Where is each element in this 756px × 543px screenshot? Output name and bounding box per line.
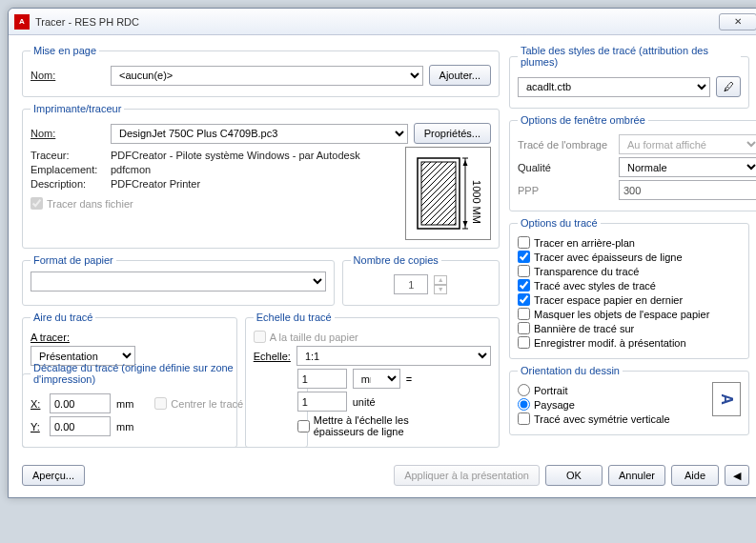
y-label: Y: (31, 421, 44, 432)
echelle-legend: Echelle du tracé (254, 312, 335, 323)
plot-dialog: A Tracer - RES PH RDC ✕ Mise en page Nom… (8, 8, 756, 498)
plot-option-check-6[interactable] (518, 322, 530, 334)
equals-icon: = (406, 373, 412, 385)
plot-option-label-0: Tracer en arrière-plan (534, 237, 635, 249)
app-icon: A (14, 14, 30, 30)
centrer-label: Centrer le tracé (171, 398, 243, 410)
plot-options-group: Options du tracé Tracer en arrière-planT… (509, 217, 749, 359)
upside-down-check[interactable] (518, 412, 530, 425)
ok-button[interactable]: OK (545, 465, 603, 486)
paysage-radio[interactable] (518, 398, 530, 411)
scale-unit-select[interactable]: mm (353, 369, 400, 389)
tracer-fichier-check (31, 197, 43, 210)
printer-select[interactable]: DesignJet 750C Plus C4709B.pc3 (111, 124, 408, 144)
portrait-label: Portrait (534, 385, 567, 396)
printer-nom-label: Nom: (31, 128, 105, 139)
paysage-label: Paysage (534, 399, 575, 411)
traceur-label: Traceur: (31, 150, 105, 161)
plot-option-check-2[interactable] (518, 265, 530, 277)
imprimante-legend: Imprimante/traceur (31, 103, 124, 114)
x-input[interactable] (50, 393, 111, 413)
copies-input (394, 274, 428, 294)
y-mm: mm (116, 421, 133, 432)
plot-option-label-7: Enregistrer modif. à présentation (534, 337, 686, 349)
paper-size-select[interactable] (31, 272, 326, 292)
centrer-check (154, 397, 167, 410)
spinner-up: ▲ (434, 275, 447, 285)
proprietes-button[interactable]: Propriétés... (414, 123, 491, 144)
shaded-viewport-group: Options de fenêtre ombrée Tracé de l'omb… (509, 114, 756, 211)
paper-preview-svg: 1000 MM (412, 152, 484, 234)
plot-option-label-1: Tracer avec épaisseurs de ligne (534, 251, 683, 263)
plot-option-check-0[interactable] (518, 236, 530, 249)
paper-preview: 1000 MM (405, 147, 491, 240)
portrait-radio[interactable] (518, 384, 530, 396)
svg-text:1000 MM: 1000 MM (471, 180, 482, 224)
svg-marker-5 (463, 160, 468, 166)
plot-option-label-2: Transparence du tracé (534, 266, 639, 277)
paintbrush-icon: 🖊 (724, 81, 734, 92)
dialog-footer: Aperçu... Appliquer à la présentation OK… (9, 465, 756, 497)
plot-option-label-5: Masquer les objets de l'espace papier (534, 309, 709, 320)
titlebar: A Tracer - RES PH RDC ✕ (9, 9, 756, 35)
scale-num-input[interactable] (297, 369, 347, 389)
scale-lineweights-check[interactable] (297, 420, 310, 432)
echelle-group: Echelle du tracé A la taille du papier E… (245, 312, 500, 448)
spinner-down: ▼ (434, 285, 447, 294)
close-icon: ✕ (734, 16, 742, 27)
echelle-label: Echelle: (254, 351, 291, 362)
plot-option-check-1[interactable] (518, 251, 530, 263)
collapse-button[interactable]: ◀ (725, 465, 749, 486)
copies-group: Nombre de copies ▲▼ (342, 254, 500, 306)
emplacement-value: pdfcmon (111, 164, 151, 175)
fit-paper-check (254, 331, 266, 343)
ppp-label: PPP (518, 185, 613, 196)
aire-trace-legend: Aire du tracé (31, 312, 95, 323)
chevron-left-icon: ◀ (733, 470, 741, 482)
plot-style-legend: Table des styles de tracé (attribution d… (518, 45, 741, 68)
annuler-button[interactable]: Annuler (608, 465, 665, 486)
plot-option-check-7[interactable] (518, 336, 530, 349)
copies-legend: Nombre de copies (351, 254, 441, 266)
upside-down-label: Tracé avec symétrie verticale (534, 413, 670, 425)
a-tracer-label: A tracer: (31, 332, 70, 343)
shaded-viewport-legend: Options de fenêtre ombrée (518, 114, 648, 126)
plot-option-check-3[interactable] (518, 279, 530, 292)
svg-rect-1 (421, 162, 456, 225)
plot-option-label-6: Bannière de tracé sur (534, 323, 634, 334)
y-input[interactable] (50, 416, 111, 436)
page-setup-select[interactable]: <aucun(e)> (111, 66, 423, 86)
ajouter-button[interactable]: Ajouter... (429, 65, 491, 86)
plot-option-check-4[interactable] (518, 293, 530, 306)
emplacement-label: Emplacement: (31, 164, 105, 175)
apercu-button[interactable]: Aperçu... (22, 465, 85, 486)
plot-style-select[interactable]: acadlt.ctb (518, 77, 710, 97)
fit-paper-label: A la taille du papier (270, 332, 358, 343)
plot-options-legend: Options du tracé (518, 217, 601, 229)
quality-select[interactable]: Normale (619, 157, 756, 177)
plot-option-check-5[interactable] (518, 308, 530, 320)
edit-style-button[interactable]: 🖊 (716, 76, 741, 97)
scale-select[interactable]: 1:1 (296, 346, 491, 366)
shade-plot-select: Au format affiché (619, 134, 756, 154)
orientation-icon: A (712, 382, 741, 416)
description-value: PDFCreator Printer (111, 178, 200, 190)
scale-denom-input[interactable] (297, 392, 347, 412)
svg-marker-6 (463, 221, 468, 227)
traceur-value: PDFCreator - Pilote système Windows - pa… (111, 150, 360, 161)
x-mm: mm (116, 398, 133, 410)
dpi-input (619, 180, 756, 200)
imprimante-group: Imprimante/traceur Nom: DesignJet 750C P… (22, 103, 500, 249)
plot-option-label-4: Tracer espace papier en dernier (534, 294, 683, 306)
plot-style-group: Table des styles de tracé (attribution d… (509, 45, 749, 109)
close-button[interactable]: ✕ (719, 13, 756, 30)
orientation-group: Orientation du dessin Portrait Paysage T… (509, 365, 749, 435)
unite-label: unité (353, 396, 376, 408)
appliquer-button: Appliquer à la présentation (394, 465, 540, 486)
aide-button[interactable]: Aide (671, 465, 719, 486)
format-papier-group: Format de papier (22, 254, 335, 306)
scale-lineweights-label: Mettre à l'échelle les épaisseurs de lig… (314, 414, 419, 437)
plot-option-label-3: Tracé avec styles de tracé (534, 280, 656, 292)
x-label: X: (31, 398, 44, 410)
description-label: Description: (31, 178, 105, 190)
